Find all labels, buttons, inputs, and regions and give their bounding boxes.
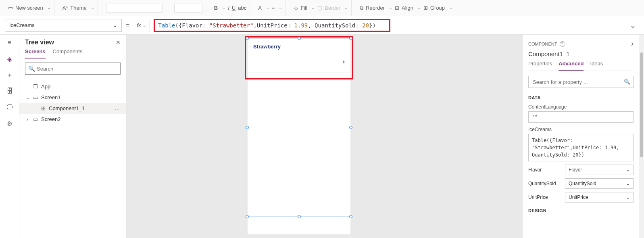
token-close: }) (369, 22, 376, 29)
tree-node-label: App (41, 84, 50, 90)
theme-button[interactable]: Aᵃ Theme (63, 5, 94, 11)
align-icon: ⊟ (395, 5, 399, 11)
component-name: Component1_1 (528, 50, 634, 57)
reorder-button[interactable]: ⧉ Reorder (360, 5, 392, 11)
token-open: ({Flavor: (175, 22, 209, 29)
collapse-icon[interactable]: ⌄ (25, 94, 30, 100)
flavor-map-select[interactable]: Flavor⌄ (565, 165, 634, 175)
property-name: IceCreams (9, 22, 35, 28)
tree-search-input[interactable] (25, 63, 121, 75)
app-icon: ❐ (33, 84, 38, 90)
font-size-select[interactable] (174, 4, 202, 13)
tab-components[interactable]: Components (53, 48, 83, 58)
icecreams-input[interactable]: Table({Flavor: "Strawbetter",UnitPrice: … (528, 134, 634, 161)
text-align-button[interactable]: ≡ (272, 5, 283, 11)
component-heading: COMPONENT (528, 42, 557, 46)
token-mid: ,UnitPrice: (253, 22, 294, 29)
text-align-label: ≡ (272, 5, 275, 11)
hamburger-icon[interactable]: ≡ (6, 39, 14, 47)
strike-button[interactable]: abc (238, 5, 246, 11)
expand-panel-button[interactable]: › (631, 40, 634, 48)
italic-button[interactable]: I (228, 5, 229, 11)
component-icon: ⊞ (41, 105, 46, 111)
tree-view-panel: Tree view ✕ Screens Components 🔍 ❐ App ⌄… (19, 35, 127, 238)
align-button[interactable]: ⊟ Align (395, 5, 421, 11)
tree-node-label: Screen2 (41, 116, 60, 122)
data-section-label: DATA (528, 95, 634, 100)
fill-button[interactable]: ◇ Fill (294, 5, 315, 11)
screen-icon: ▭ (8, 5, 13, 11)
border-button[interactable]: ▢ Border (317, 5, 348, 11)
price-map-select[interactable]: UnitPrice⌄ (565, 192, 634, 203)
font-color-label: A (258, 5, 262, 11)
fx-button[interactable]: fx (133, 19, 150, 32)
group-label: Group (430, 5, 445, 11)
media-icon[interactable]: 🖵 (6, 103, 14, 111)
reorder-label: Reorder (366, 5, 385, 11)
strike-label: abc (238, 5, 246, 11)
qty-map-value: QuantitySold (569, 181, 596, 186)
price-map-label: UnitPrice (528, 194, 548, 200)
price-map-value: UnitPrice (569, 194, 588, 200)
device-frame: Strawberry › (248, 39, 350, 234)
chevron-right-icon[interactable]: › (343, 58, 345, 65)
scroll-thumb[interactable] (640, 52, 643, 157)
new-screen-button[interactable]: ▭ New screen (8, 5, 51, 11)
tab-properties[interactable]: Properties (528, 61, 552, 71)
group-button[interactable]: ⊞ Group (423, 5, 452, 11)
border-icon: ▢ (317, 5, 322, 11)
tree-node-label: Screen1 (41, 94, 60, 100)
tree-node-app[interactable]: ❐ App (19, 81, 126, 92)
canvas[interactable]: Strawberry › (127, 35, 522, 238)
chevron-down-icon: ⌄ (113, 22, 117, 28)
chevron-down-icon: ⌄ (626, 181, 630, 186)
tab-ideas[interactable]: Ideas (590, 61, 603, 71)
insert-icon[interactable]: ＋ (6, 71, 14, 79)
bold-label: B (214, 5, 218, 11)
underline-label: U (232, 5, 236, 11)
qty-map-label: QuantitySold (528, 181, 556, 186)
chevron-down-icon: ⌄ (626, 167, 630, 173)
align-label: Align (402, 5, 413, 11)
gallery-row-title: Strawberry (253, 44, 281, 50)
font-color-button[interactable]: A (258, 5, 269, 11)
fx-label: fx (137, 22, 141, 28)
font-family-select[interactable] (106, 4, 163, 13)
help-icon[interactable]: ? (560, 41, 565, 47)
expand-icon[interactable]: › (25, 116, 30, 122)
qty-map-select[interactable]: QuantitySold⌄ (565, 178, 634, 189)
theme-icon: Aᵃ (63, 5, 68, 11)
data-icon[interactable]: 🗄 (6, 87, 14, 95)
scrollbar[interactable] (639, 35, 644, 238)
token-fn: Table (158, 22, 175, 29)
gallery-row[interactable]: Strawberry › (248, 39, 350, 73)
search-icon: 🔍 (624, 79, 630, 85)
tree-node-component1-1[interactable]: ⊞ Component1_1 … (19, 103, 126, 114)
tab-advanced[interactable]: Advanced (559, 61, 584, 71)
tree-node-label: Component1_1 (49, 105, 85, 111)
tree-view-icon[interactable]: ◈ (6, 55, 14, 63)
expand-formula-button[interactable]: ⌄ (626, 21, 639, 30)
flavor-map-value: Flavor (569, 167, 582, 173)
tree-node-screen2[interactable]: ›▭ Screen2 (19, 114, 126, 125)
more-button[interactable]: … (115, 105, 121, 111)
chevron-down-icon: ⌄ (626, 194, 630, 200)
token-mid2: , QuantitySold: (308, 22, 362, 29)
content-language-input[interactable] (528, 111, 634, 123)
property-selector[interactable]: IceCreams ⌄ (5, 19, 122, 32)
fill-label: Fill (300, 5, 307, 11)
tree-node-screen1[interactable]: ⌄▭ Screen1 (19, 92, 126, 103)
property-search-input[interactable] (528, 76, 634, 88)
formula-bar: IceCreams ⌄ = fx Table({Flavor: "Strawbe… (0, 16, 644, 35)
underline-button[interactable]: U (232, 5, 236, 11)
theme-label: Theme (70, 5, 86, 11)
tools-icon[interactable]: ⚙ (6, 119, 14, 127)
command-bar: ▭ New screen Aᵃ Theme B I U abc A ≡ ◇ Fi… (0, 0, 644, 16)
formula-input[interactable]: Table({Flavor: "Strawbetter",UnitPrice: … (154, 19, 390, 32)
screen-icon: ▭ (33, 116, 38, 122)
bold-button[interactable]: B (214, 5, 225, 11)
close-tree-button[interactable]: ✕ (116, 39, 121, 46)
tab-screens[interactable]: Screens (25, 48, 46, 58)
token-num1: 1.99 (294, 22, 308, 29)
properties-panel: COMPONENT ? › Component1_1 Properties Ad… (522, 35, 644, 238)
